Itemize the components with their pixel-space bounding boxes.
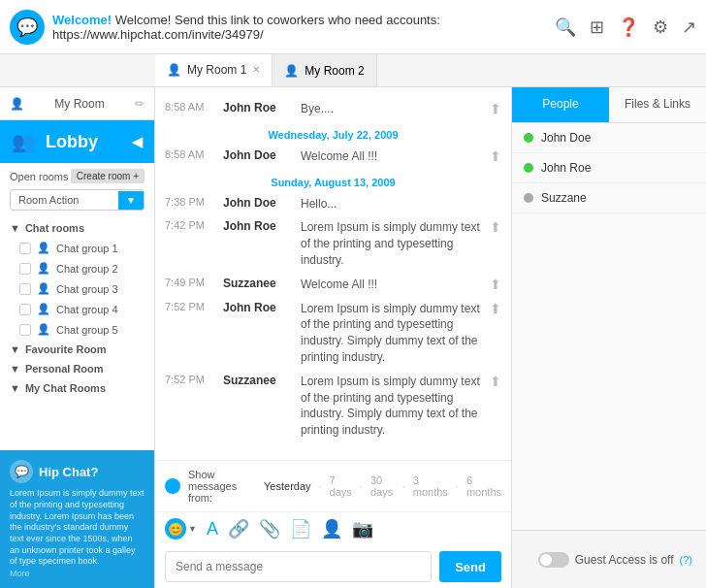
topbar-message: Welcome! Welcome! Send this link to cowo…: [52, 13, 547, 42]
tab-myroom2[interactable]: 👤 My Room 2: [273, 54, 376, 86]
sidebar-promo: 💬 Hip Chat? Lorem Ipsum is simply dummy …: [0, 450, 154, 588]
sidebar-lobby[interactable]: 👥 Lobby ◀: [0, 120, 154, 163]
msg-time: 7:49 PM: [165, 277, 213, 288]
guest-toggle-switch[interactable]: [538, 552, 569, 568]
timeline-yesterday[interactable]: Yesterday: [264, 480, 311, 492]
section-personal-arrow-icon: ▼: [10, 363, 20, 375]
emoji-picker-button[interactable]: 😊 ▼: [165, 518, 197, 539]
attach-button[interactable]: 📎: [259, 518, 280, 539]
msg-action-icon[interactable]: ⬆: [490, 101, 501, 116]
msg-time: 8:58 AM: [165, 101, 213, 113]
sidebar: 👤 My Room ✏ 👥 Lobby ◀ Open rooms Create …: [0, 87, 155, 588]
status-online-dot: [524, 133, 533, 143]
chatgroup3-checkbox[interactable]: [19, 283, 31, 295]
guest-help-icon[interactable]: (?): [680, 554, 692, 566]
chatgroup2-checkbox[interactable]: [19, 263, 31, 275]
room-action-arrow-icon[interactable]: ▼: [118, 191, 144, 210]
settings-icon[interactable]: ⚙: [653, 16, 668, 38]
chat-toolbar: 😊 ▼ A 🔗 📎 📄 👤 📷: [155, 511, 511, 545]
document-button[interactable]: 📄: [290, 518, 311, 539]
open-rooms-label: Open rooms: [10, 171, 69, 182]
status-offline-dot: [524, 193, 533, 203]
chatgroup5-checkbox[interactable]: [19, 324, 31, 336]
chatgroup1-checkbox[interactable]: [19, 243, 31, 254]
sidebar-section-personal[interactable]: ▼ Personal Room: [0, 359, 154, 378]
sidebar-section-chatrooms[interactable]: ▼ Chat rooms: [0, 218, 154, 238]
table-row: 7:42 PM John Roe Lorem Ipsum is simply d…: [155, 215, 511, 272]
sidebar-section-favourite[interactable]: ▼ Favourite Room: [0, 340, 154, 359]
tab-icon-myroom2: 👤: [284, 64, 299, 78]
promo-icon: 💬: [10, 460, 33, 483]
msg-text: Hello...: [301, 196, 480, 212]
timeline-label: Show messages from:: [188, 469, 256, 504]
create-room-button[interactable]: Create room +: [71, 169, 144, 183]
msg-sender: Suzzanee: [223, 277, 291, 290]
msg-action-icon[interactable]: ⬆: [490, 277, 501, 292]
guest-access-bar: Guest Access is off (?): [512, 530, 706, 588]
room-action-label: Room Action: [11, 190, 118, 210]
chatgroup1-icon: 👤: [37, 242, 50, 254]
logo-icon: 💬: [16, 16, 38, 38]
date-divider-text: Wednesday, July 22, 2009: [268, 129, 398, 141]
msg-time: 7:38 PM: [165, 196, 213, 208]
lobby-icon: 👥: [12, 130, 36, 153]
mention-button[interactable]: 👤: [321, 518, 342, 539]
room-action-dropdown[interactable]: Room Action ▼: [10, 189, 144, 211]
timeline-sep3: ·: [402, 480, 405, 492]
sidebar-section-mychatrooms[interactable]: ▼ My Chat Rooms: [0, 378, 154, 398]
sidebar-item-chatgroup1[interactable]: 👤 Chat group 1: [0, 238, 154, 258]
message-input[interactable]: [165, 551, 432, 582]
msg-time: 7:52 PM: [165, 374, 213, 385]
chat-messages: 8:58 AM John Roe Bye.... ⬆ Wednesday, Ju…: [155, 87, 511, 460]
table-row: 7:52 PM Suzzanee Lorem Ipsum is simply d…: [155, 370, 511, 442]
tab-close-myroom1[interactable]: ✕: [252, 64, 260, 75]
tab-myroom1[interactable]: 👤 My Room 1 ✕: [155, 54, 273, 86]
msg-action-icon[interactable]: ⬆: [490, 148, 501, 164]
help-icon[interactable]: ❓: [618, 16, 639, 38]
welcome-text: Welcome!: [52, 13, 112, 27]
msg-action-icon[interactable]: ⬆: [490, 301, 501, 316]
tab-people[interactable]: People: [512, 87, 609, 122]
msg-text: Lorem Ipsum is simply dummy text of the …: [301, 301, 480, 366]
person-name: Suzzane: [541, 191, 587, 205]
search-icon[interactable]: 🔍: [555, 16, 576, 38]
msg-action-icon[interactable]: ⬆: [490, 374, 501, 389]
msg-text: Lorem Ipsum is simply dummy text of the …: [301, 219, 480, 268]
msg-sender: Suzzanee: [223, 374, 291, 387]
signout-icon[interactable]: ↗: [682, 16, 696, 38]
expand-icon[interactable]: ⊞: [590, 16, 604, 38]
section-favourite-label: Favourite Room: [25, 343, 107, 355]
sidebar-item-chatgroup4[interactable]: 👤 Chat group 4: [0, 299, 154, 319]
section-personal-label: Personal Room: [25, 363, 104, 375]
video-button[interactable]: 📷: [352, 518, 373, 539]
tab-files-links[interactable]: Files & Links: [609, 87, 706, 122]
table-row: 8:58 AM John Doe Welcome All !!! ⬆: [155, 145, 511, 169]
section-mychat-label: My Chat Rooms: [25, 382, 106, 394]
guest-toggle[interactable]: Guest Access is off (?): [538, 552, 692, 568]
sidebar-item-chatgroup2[interactable]: 👤 Chat group 2: [0, 258, 154, 278]
msg-sender: John Roe: [223, 101, 291, 114]
msg-action-icon[interactable]: ⬆: [490, 219, 501, 235]
timeline-7days[interactable]: 7 days: [330, 474, 352, 498]
msg-time: 8:58 AM: [165, 148, 213, 160]
sidebar-item-chatgroup5[interactable]: 👤 Chat group 5: [0, 319, 154, 340]
status-online-dot: [524, 163, 533, 173]
tab-icon-myroom1: 👤: [167, 63, 181, 77]
promo-title: Hip Chat?: [39, 465, 98, 479]
chatgroup4-checkbox[interactable]: [19, 304, 31, 315]
send-button[interactable]: Send: [439, 551, 501, 582]
timeline-6months[interactable]: 6 months: [466, 474, 501, 498]
list-item: John Roe: [512, 153, 706, 183]
promo-more-link[interactable]: More: [10, 569, 30, 578]
lobby-label: Lobby: [46, 132, 98, 152]
timeline-3months[interactable]: 3 months: [413, 474, 448, 498]
timeline-30days[interactable]: 30 days: [370, 474, 395, 498]
text-format-button[interactable]: A: [207, 519, 218, 539]
timeline-slider-dot[interactable]: [165, 478, 180, 494]
link-button[interactable]: 🔗: [228, 518, 249, 539]
tab-label-myroom1: My Room 1: [187, 63, 246, 77]
chatgroup5-label: Chat group 5: [56, 324, 118, 336]
table-row: 7:49 PM Suzzanee Welcome All !!! ⬆: [155, 273, 511, 297]
sidebar-item-chatgroup3[interactable]: 👤 Chat group 3: [0, 278, 154, 299]
sidebar-myroom-edit[interactable]: ✏: [135, 97, 144, 111]
